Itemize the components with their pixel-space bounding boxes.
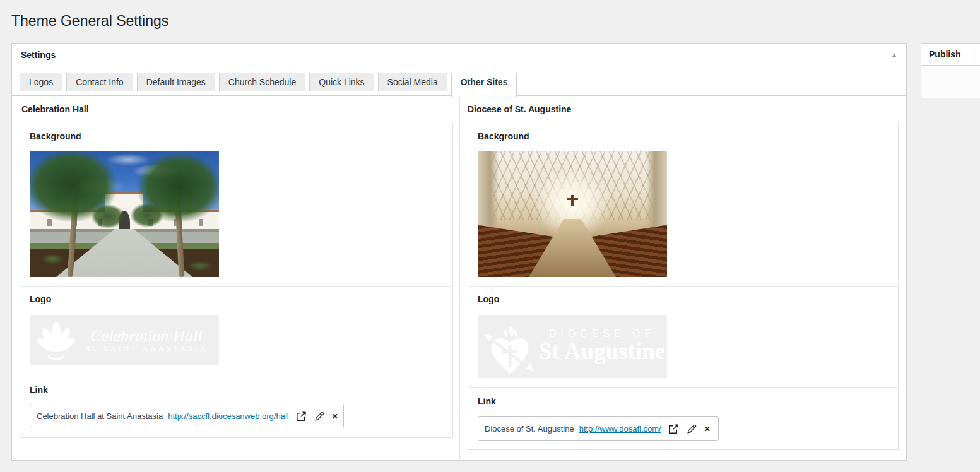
celebration-hall-logo-text: Celebration Hall AT SAINT ANASTASIA (76, 327, 219, 353)
sacred-heart-icon (483, 317, 537, 375)
link-title: Celebration Hall at Saint Anastasia (37, 411, 163, 421)
diocese-link-row: Diocese of St. Augustine http://www.dosa… (478, 416, 719, 441)
diocese-heading: Diocese of St. Augustine (468, 104, 571, 114)
column-divider (459, 97, 460, 460)
crucifix (571, 195, 574, 206)
palm-small-2 (124, 199, 170, 232)
diocese-panel: Background Logo (468, 122, 899, 450)
collapse-toggle-icon[interactable]: ▲ (891, 52, 897, 58)
edit-pencil-icon[interactable] (314, 410, 326, 422)
publish-metabox-body (921, 66, 980, 98)
celebration-hall-background-image[interactable] (30, 151, 219, 277)
diocese-logo-image[interactable]: DIOCESE OF St Augustine (478, 315, 667, 378)
external-link-icon[interactable] (295, 410, 307, 422)
section-divider (20, 379, 452, 379)
link-title: Diocese of St. Augustine (485, 424, 574, 434)
remove-x-icon[interactable]: ✕ (704, 425, 711, 434)
celebration-hall-link-row: Celebration Hall at Saint Anastasia http… (30, 404, 344, 428)
diocese-background-image[interactable] (478, 151, 667, 277)
background-field-label: Background (30, 130, 81, 143)
tab-logos[interactable]: Logos (20, 73, 62, 91)
settings-metabox: Settings ▲ Logos Contact Info Default Im… (11, 43, 907, 461)
remove-x-icon[interactable]: ✕ (332, 412, 338, 421)
tab-social-media[interactable]: Social Media (378, 73, 447, 91)
settings-tabbar: Logos Contact Info Default Images Church… (12, 66, 906, 96)
tab-quick-links[interactable]: Quick Links (309, 73, 374, 91)
link-field-label: Link (30, 384, 48, 396)
edit-pencil-icon[interactable] (686, 423, 698, 435)
celebration-hall-panel: Background (20, 122, 453, 438)
page: Theme General Settings Settings ▲ Logos … (0, 0, 980, 472)
celebration-hall-heading: Celebration Hall (21, 104, 89, 114)
logo-field-label: Logo (478, 293, 499, 305)
external-link-icon[interactable] (668, 423, 680, 435)
background-field-label: Background (478, 130, 529, 143)
shell-icon (36, 321, 76, 360)
tab-other-sites[interactable]: Other Sites (451, 73, 517, 97)
link-field-label: Link (478, 395, 496, 408)
settings-metabox-title: Settings (21, 50, 56, 60)
diocese-logo-text: DIOCESE OF St Augustine (537, 328, 667, 365)
publish-metabox-title: Publish (921, 44, 980, 66)
tab-contact-info[interactable]: Contact Info (66, 73, 133, 91)
celebration-hall-logo-image[interactable]: Celebration Hall AT SAINT ANASTASIA (30, 315, 219, 365)
link-url[interactable]: http://www.dosafl.com/ (579, 424, 661, 434)
logo-field-label: Logo (30, 293, 51, 305)
tab-church-schedule[interactable]: Church Schedule (219, 73, 305, 91)
tab-default-images[interactable]: Default Images (137, 73, 215, 91)
section-divider (468, 286, 898, 287)
publish-metabox: Publish (921, 43, 980, 98)
page-title: Theme General Settings (11, 13, 168, 30)
link-url[interactable]: http://saccfl.diocesanweb.org/hall (168, 411, 289, 421)
settings-metabox-header: Settings ▲ (12, 44, 906, 66)
other-sites-tab-content: Celebration Hall Diocese of St. Augustin… (12, 97, 906, 460)
section-divider (20, 286, 452, 287)
section-divider (468, 387, 898, 388)
